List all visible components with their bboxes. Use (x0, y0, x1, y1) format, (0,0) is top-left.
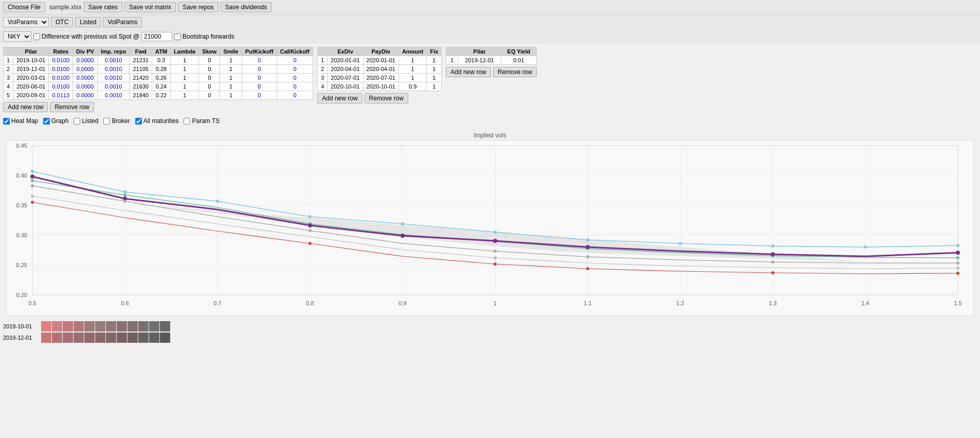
row-lambda[interactable]: 1 (171, 56, 199, 65)
row-smile[interactable]: 1 (220, 74, 242, 82)
row-rates[interactable]: 0.0100 (49, 65, 73, 74)
row-call-kickoff[interactable]: 0 (277, 74, 313, 82)
div-row-amount[interactable]: 1 (398, 74, 427, 82)
all-maturities-checkbox[interactable] (135, 118, 142, 125)
row-call-kickoff[interactable]: 0 (277, 56, 313, 65)
row-imp-repo[interactable]: 0.0010 (97, 56, 130, 65)
index-select[interactable]: NKY (3, 31, 31, 42)
row-div-pv[interactable]: 0.0000 (73, 65, 98, 74)
row-call-kickoff[interactable]: 0 (277, 82, 313, 91)
row-rates[interactable]: 0.0113 (49, 91, 73, 100)
bootstrap-checkbox[interactable] (174, 33, 181, 40)
row-put-kickoff[interactable]: 0 (242, 91, 277, 100)
graph-checkbox-label[interactable]: Graph (43, 117, 68, 125)
row-lambda[interactable]: 1 (171, 82, 199, 91)
eq-row-pilar[interactable]: 2019-12-01 (458, 56, 501, 65)
listed-checkbox[interactable] (74, 118, 80, 125)
row-atm[interactable]: 0.26 (152, 74, 171, 82)
row-smile[interactable]: 1 (220, 65, 242, 74)
row-lambda[interactable]: 1 (171, 91, 199, 100)
save-rates-button[interactable]: Save rates (84, 2, 122, 12)
main-remove-row-button[interactable]: Remove row (50, 102, 94, 112)
main-table-row[interactable]: 3 2020-03-01 0.0100 0.0000 0.0010 21420 … (4, 74, 313, 82)
row-imp-repo[interactable]: 0.0010 (97, 74, 130, 82)
diff-checkbox[interactable] (33, 33, 40, 40)
main-table-row[interactable]: 2 2019-12-01 0.0100 0.0000 0.0010 21105 … (4, 65, 313, 74)
div-row-exdiv[interactable]: 2020-07-01 (328, 74, 363, 82)
row-pilar[interactable]: 2019-10-01 (13, 56, 49, 65)
div-row-fix[interactable]: 1 (427, 65, 442, 74)
div-row-exdiv[interactable]: 2020-04-01 (328, 65, 363, 74)
div-add-row-button[interactable]: Add new row (317, 93, 362, 103)
row-smile[interactable]: 1 (220, 56, 242, 65)
row-lambda[interactable]: 1 (171, 74, 199, 82)
heat-map-checkbox[interactable] (3, 118, 10, 125)
row-skew[interactable]: 0 (199, 65, 220, 74)
row-imp-repo[interactable]: 0.0010 (97, 91, 130, 100)
eq-table-row[interactable]: 1 2019-12-01 0.01 (446, 56, 537, 65)
row-smile[interactable]: 1 (220, 91, 242, 100)
row-lambda[interactable]: 1 (171, 65, 199, 74)
save-dividends-button[interactable]: Save dividends (221, 2, 271, 12)
vol-params-select[interactable]: VolParams (3, 17, 49, 27)
row-skew[interactable]: 0 (199, 56, 220, 65)
div-table-row[interactable]: 2 2020-04-01 2020-04-01 1 1 (318, 65, 442, 74)
row-skew[interactable]: 0 (199, 82, 220, 91)
row-call-kickoff[interactable]: 0 (277, 65, 313, 74)
row-pilar[interactable]: 2020-09-01 (13, 91, 49, 100)
main-add-row-button[interactable]: Add new row (3, 102, 48, 112)
div-row-exdiv[interactable]: 2020-10-01 (328, 82, 363, 91)
spot-value-input[interactable] (141, 32, 172, 41)
choose-file-button[interactable]: Choose File (3, 2, 45, 12)
row-put-kickoff[interactable]: 0 (242, 56, 277, 65)
row-div-pv[interactable]: 0.0000 (73, 91, 98, 100)
row-call-kickoff[interactable]: 0 (277, 91, 313, 100)
row-atm[interactable]: 0.22 (152, 91, 171, 100)
row-fwd[interactable]: 21630 (130, 82, 152, 91)
row-put-kickoff[interactable]: 0 (242, 65, 277, 74)
row-pilar[interactable]: 2020-03-01 (13, 74, 49, 82)
eq-add-row-button[interactable]: Add new row (446, 67, 491, 77)
save-repos-button[interactable]: Save repos (178, 2, 219, 12)
vol-params-button[interactable]: VolParams (103, 17, 142, 27)
main-table-row[interactable]: 4 2020-06-01 0.0100 0.0000 0.0010 21630 … (4, 82, 313, 91)
div-table-row[interactable]: 1 2020-01-01 2020-01-01 1 1 (318, 56, 442, 65)
div-row-amount[interactable]: 0.9 (398, 82, 427, 91)
div-row-fix[interactable]: 1 (427, 56, 442, 65)
row-smile[interactable]: 1 (220, 82, 242, 91)
main-table-row[interactable]: 1 2019-10-01 0.0100 0.0000 0.0010 21231 … (4, 56, 313, 65)
row-skew[interactable]: 0 (199, 74, 220, 82)
row-imp-repo[interactable]: 0.0010 (97, 82, 130, 91)
row-fwd[interactable]: 21231 (130, 56, 152, 65)
div-row-paydiv[interactable]: 2020-01-01 (363, 56, 398, 65)
div-remove-row-button[interactable]: Remove row (365, 93, 408, 103)
eq-remove-row-button[interactable]: Remove row (493, 67, 537, 77)
div-row-paydiv[interactable]: 2020-10-01 (363, 82, 398, 91)
div-row-exdiv[interactable]: 2020-01-01 (328, 56, 363, 65)
row-pilar[interactable]: 2019-12-01 (13, 65, 49, 74)
div-row-fix[interactable]: 1 (427, 74, 442, 82)
graph-checkbox[interactable] (43, 118, 50, 125)
broker-checkbox-label[interactable]: Broker (103, 117, 130, 125)
main-table-row[interactable]: 5 2020-09-01 0.0113 0.0000 0.0010 21840 … (4, 91, 313, 100)
row-skew[interactable]: 0 (199, 91, 220, 100)
div-row-fix[interactable]: 1 (427, 82, 442, 91)
param-ts-checkbox[interactable] (184, 118, 190, 125)
div-table-row[interactable]: 3 2020-07-01 2020-07-01 1 1 (318, 74, 442, 82)
row-atm[interactable]: 0.24 (152, 82, 171, 91)
div-row-paydiv[interactable]: 2020-04-01 (363, 65, 398, 74)
div-row-amount[interactable]: 1 (398, 65, 427, 74)
row-fwd[interactable]: 21840 (130, 91, 152, 100)
row-put-kickoff[interactable]: 0 (242, 82, 277, 91)
row-div-pv[interactable]: 0.0000 (73, 56, 98, 65)
otc-button[interactable]: OTC (51, 17, 73, 27)
row-fwd[interactable]: 21105 (130, 65, 152, 74)
div-row-amount[interactable]: 1 (398, 56, 427, 65)
all-maturities-checkbox-label[interactable]: All maturities (135, 117, 179, 125)
listed-button[interactable]: Listed (75, 17, 101, 27)
row-rates[interactable]: 0.0100 (49, 74, 73, 82)
row-atm[interactable]: 0.3 (152, 56, 171, 65)
row-atm[interactable]: 0.28 (152, 65, 171, 74)
row-imp-repo[interactable]: 0.0010 (97, 65, 130, 74)
broker-checkbox[interactable] (103, 118, 110, 125)
